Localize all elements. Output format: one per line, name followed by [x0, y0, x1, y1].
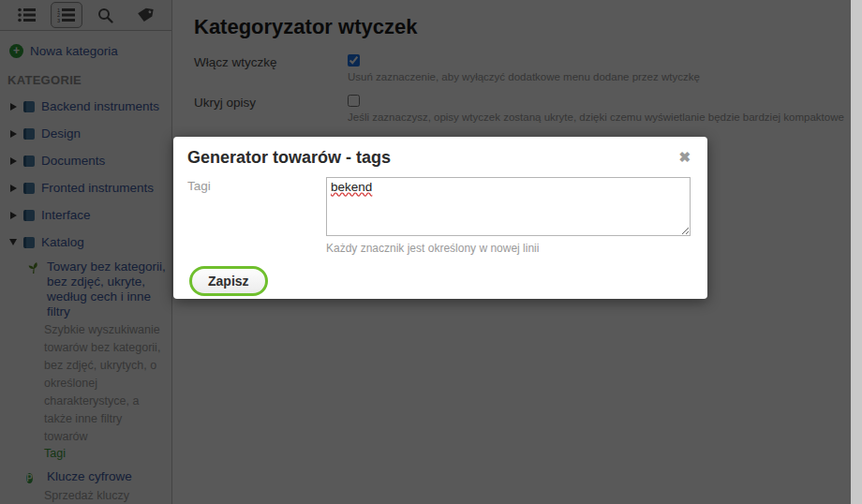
close-icon[interactable]: ✖ — [678, 150, 691, 164]
tags-dialog: Generator towarów - tags ✖ Tagi bekend K… — [173, 137, 707, 299]
scrollbar[interactable] — [851, 0, 862, 504]
tags-field-hint: Każdy znacznik jest określony w nowej li… — [326, 242, 691, 255]
dialog-save-button[interactable]: Zapisz — [189, 266, 268, 296]
tags-field-label: Tagi — [187, 177, 326, 255]
dialog-title: Generator towarów - tags — [187, 148, 391, 168]
tags-textarea[interactable]: bekend — [326, 177, 691, 236]
app-window: 1 2 3 — [0, 0, 862, 504]
